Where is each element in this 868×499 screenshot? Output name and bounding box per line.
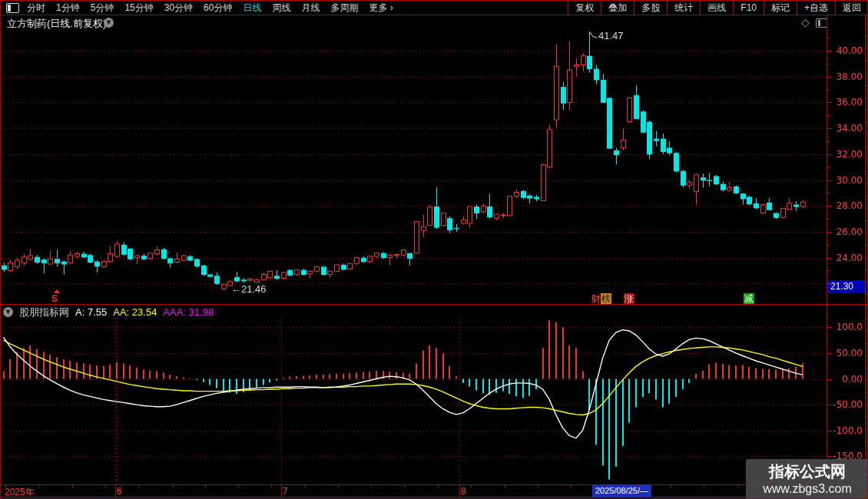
chevron-down-icon[interactable]: ▼ <box>104 18 114 28</box>
time-tick <box>405 485 406 487</box>
menu-item-4[interactable]: 30分钟 <box>159 2 198 15</box>
axis-tick <box>827 456 832 457</box>
menu-item-5[interactable]: 60分钟 <box>198 2 237 15</box>
indicator-chart-canvas[interactable] <box>1 318 827 484</box>
time-axis-label: 2025年 <box>5 486 35 499</box>
diamond-icon[interactable]: ◇ <box>801 16 810 28</box>
panel-toggle-icon[interactable] <box>6 3 19 13</box>
axis-tick <box>827 180 832 181</box>
axis-tick <box>827 154 832 155</box>
menu-item-10[interactable]: 更多 › <box>363 2 398 15</box>
time-axis-label: 8 <box>461 486 466 497</box>
time-tick <box>138 485 139 487</box>
axis-tick <box>827 167 830 168</box>
event-marker-2: 涨 <box>624 293 634 304</box>
axis-tick <box>827 379 832 380</box>
indicator-axis-label: 50.00 <box>827 348 863 359</box>
price-axis-label: 28.00 <box>827 200 863 211</box>
time-tick <box>271 485 272 487</box>
axis-tick <box>827 90 830 91</box>
axis-tick <box>827 270 830 271</box>
price-axis-label: 24.00 <box>827 253 863 263</box>
watermark-url: www.zbgs3.com <box>746 482 868 496</box>
buy-signal-label: S <box>51 293 58 304</box>
low-price-annotation: ←21.46 <box>231 283 267 295</box>
time-tick <box>604 485 605 487</box>
indicator-axis-label: 0.00 <box>827 374 863 385</box>
tool-item-8[interactable]: 返回 <box>835 2 868 15</box>
axis-tick <box>827 283 832 284</box>
tool-item-3[interactable]: 统计 <box>667 2 700 15</box>
time-axis-label: 7 <box>283 486 288 497</box>
price-axis-label: 30.00 <box>827 175 863 186</box>
time-axis-divider <box>281 485 282 497</box>
watermark-title: 指标公式网 <box>746 461 868 482</box>
time-tick <box>671 485 671 487</box>
time-tick <box>737 485 738 487</box>
event-marker-1: 榜 <box>601 293 611 304</box>
axis-tick <box>827 38 830 38</box>
indicator-axis-label: -150.0 <box>827 451 863 461</box>
menu-item-9[interactable]: 多周期 <box>325 2 363 15</box>
time-tick <box>305 485 306 487</box>
indicator-axis-label: -50.00 <box>827 399 863 410</box>
time-tick <box>105 485 106 487</box>
layout-panel-icon[interactable] <box>816 18 827 28</box>
tool-item-0[interactable]: 复权 <box>568 2 601 15</box>
axis-tick <box>827 327 832 328</box>
time-axis-label: 6 <box>117 486 122 497</box>
event-marker-3: 减 <box>744 293 754 304</box>
axis-tick <box>827 64 830 64</box>
tool-item-5[interactable]: F10 <box>733 2 764 15</box>
menu-item-8[interactable]: 月线 <box>296 2 325 15</box>
site-watermark: 指标公式网 www.zbgs3.com <box>746 459 868 499</box>
time-tick <box>205 485 206 487</box>
indicator-aaa-value: AAA: 31.98 <box>163 306 214 318</box>
menu-item-2[interactable]: 5分钟 <box>85 2 120 15</box>
axis-tick <box>827 141 830 142</box>
menu-item-0[interactable]: 分时 <box>22 2 51 15</box>
time-tick <box>538 485 538 487</box>
tools-menu: 复权叠加多股统计画线F10标记+自选返回 <box>568 1 868 15</box>
indicator-a-value: A: 7.55 <box>75 306 107 318</box>
axis-tick <box>827 51 832 51</box>
time-tick <box>38 485 39 487</box>
menu-item-7[interactable]: 周线 <box>267 2 296 15</box>
title-bar: 立方制药(日线.前复权) ▼ ◇ <box>1 15 868 29</box>
tool-item-2[interactable]: 多股 <box>634 2 667 15</box>
period-menu-bar: 分时1分钟5分钟15分钟30分钟60分钟日线周线月线多周期更多 › 复权叠加多股… <box>1 1 868 15</box>
time-tick <box>704 485 704 487</box>
date-highlight-badge: 2025/08/25/— <box>592 485 651 497</box>
axis-tick <box>827 128 832 129</box>
tool-item-7[interactable]: +自选 <box>797 2 835 15</box>
time-tick <box>770 485 771 487</box>
time-tick <box>5 485 6 487</box>
price-axis-label: 26.00 <box>827 226 863 237</box>
time-tick <box>172 485 173 487</box>
high-price-annotation: 41.47 <box>598 30 624 41</box>
axis-tick <box>827 258 832 259</box>
time-tick <box>803 485 804 487</box>
menu-item-1[interactable]: 1分钟 <box>51 2 85 15</box>
period-menu: 分时1分钟5分钟15分钟30分钟60分钟日线周线月线多周期更多 › <box>22 1 399 15</box>
menu-item-3[interactable]: 15分钟 <box>119 2 158 15</box>
tool-item-4[interactable]: 画线 <box>700 2 733 15</box>
tool-item-1[interactable]: 叠加 <box>601 2 634 15</box>
axis-tick <box>827 77 832 78</box>
candlestick-chart-canvas[interactable] <box>1 30 827 304</box>
time-axis-divider <box>115 485 116 497</box>
axis-tick <box>827 206 832 207</box>
axis-tick <box>827 219 830 220</box>
time-tick <box>238 485 239 487</box>
price-axis-label: 38.00 <box>827 71 863 82</box>
event-marker-0: 财 <box>591 293 601 304</box>
time-tick <box>72 485 73 487</box>
indicator-axis-label: 100.0 <box>827 322 863 332</box>
price-axis-label: 34.00 <box>827 123 863 134</box>
indicator-name[interactable]: 股朋指标网 <box>19 306 69 319</box>
chevron-down-icon[interactable]: ▼ <box>3 307 13 317</box>
tool-item-6[interactable]: 标记 <box>764 2 797 15</box>
scale-low-badge: 21.30 <box>827 280 865 292</box>
price-axis-label: 40.00 <box>827 45 863 56</box>
menu-item-6[interactable]: 日线 <box>237 2 267 15</box>
